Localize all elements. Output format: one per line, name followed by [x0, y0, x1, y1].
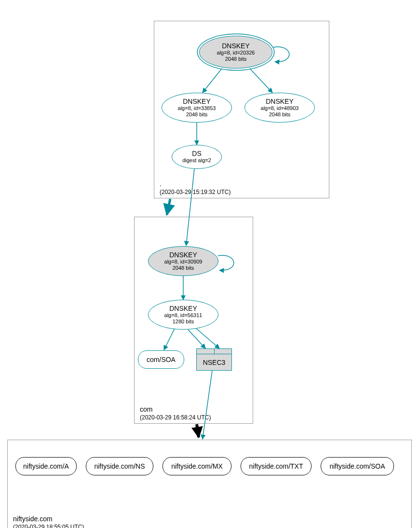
node-nsec3: NSEC3	[196, 348, 232, 371]
node-rr-mx: niftyside.com/MX	[163, 457, 231, 475]
node-title: DNSKEY	[183, 97, 211, 105]
node-rr-a: niftyside.com/A	[15, 457, 77, 475]
node-sub1: alg=8, id=33853	[178, 105, 216, 111]
node-label: niftyside.com/A	[23, 462, 69, 470]
node-sub2: 1280 bits	[173, 319, 194, 325]
node-root-ksk: DNSKEY alg=8, id=20326 2048 bits	[199, 36, 272, 69]
node-root-zsk2: DNSKEY alg=8, id=48903 2048 bits	[244, 93, 315, 123]
node-label: niftyside.com/NS	[94, 462, 145, 470]
node-sub2: 2048 bits	[173, 265, 194, 271]
node-sub1: alg=8, id=20326	[217, 50, 255, 56]
node-sub1: alg=8, id=48903	[261, 105, 299, 111]
nsec3-top	[196, 348, 232, 354]
zone-niftyside	[7, 440, 412, 528]
node-rr-soa: niftyside.com/SOA	[321, 457, 394, 475]
zone-com-timestamp: (2020-03-29 16:58:24 UTC)	[140, 414, 211, 421]
zone-root-label: .	[160, 180, 162, 188]
node-title: DNSKEY	[266, 97, 294, 105]
node-root-ds: DS digest alg=2	[172, 145, 222, 169]
node-sub1: alg=8, id=30909	[164, 259, 203, 265]
node-label: com/SOA	[147, 356, 176, 363]
zone-root-timestamp: (2020-03-29 15:19:32 UTC)	[160, 189, 230, 195]
node-title: DNSKEY	[169, 305, 197, 312]
node-sub2: 2048 bits	[225, 56, 247, 62]
node-com-soa: com/SOA	[138, 350, 184, 369]
zone-niftyside-timestamp: (2020-03-29 18:55:05 UTC)	[13, 524, 84, 528]
node-sub1: digest alg=2	[182, 157, 211, 164]
node-sub2: 2048 bits	[186, 111, 208, 118]
zone-niftyside-label: niftyside.com	[13, 515, 53, 523]
node-title: DS	[192, 150, 201, 157]
node-label: niftyside.com/MX	[171, 462, 223, 470]
zone-com-label: com	[140, 405, 152, 413]
node-title: DNSKEY	[222, 42, 250, 50]
node-label: niftyside.com/TXT	[249, 462, 303, 470]
node-sub2: 2048 bits	[269, 111, 291, 118]
node-rr-txt: niftyside.com/TXT	[241, 457, 312, 475]
node-label: niftyside.com/SOA	[329, 462, 385, 470]
node-root-zsk1: DNSKEY alg=8, id=33853 2048 bits	[162, 93, 232, 123]
node-sub1: alg=8, id=56311	[164, 312, 203, 319]
node-rr-ns: niftyside.com/NS	[86, 457, 153, 475]
node-com-zsk: DNSKEY alg=8, id=56311 1280 bits	[148, 300, 218, 330]
nsec3-bottom-label: NSEC3	[196, 354, 232, 371]
node-title: DNSKEY	[169, 251, 197, 259]
node-com-ksk: DNSKEY alg=8, id=30909 2048 bits	[148, 246, 218, 276]
